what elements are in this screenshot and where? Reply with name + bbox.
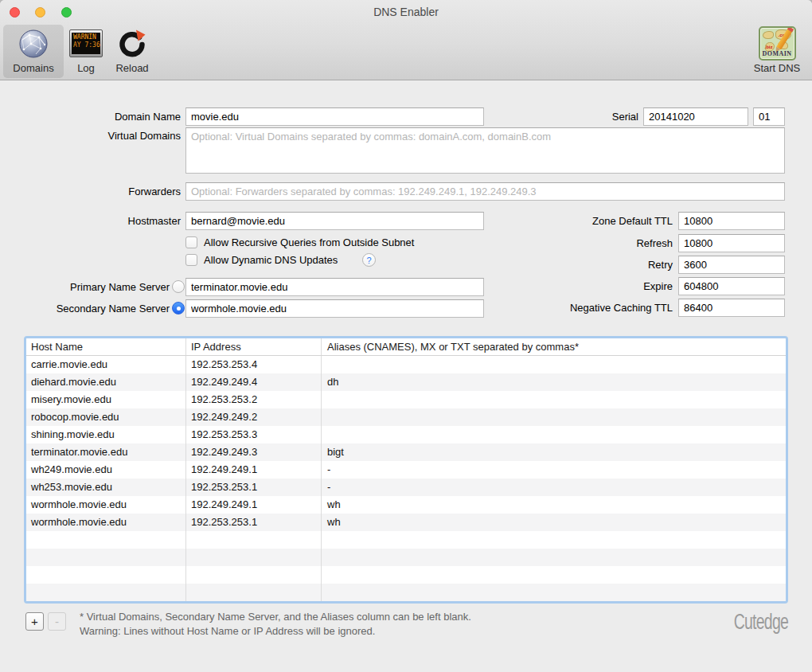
table-body: carrie.movie.edu 192.253.253.4 diehard.m… xyxy=(26,356,786,601)
refresh-input[interactable] xyxy=(678,234,785,252)
cell-aliases[interactable] xyxy=(322,426,786,443)
dns-enabler-window: DNS Enabler xyxy=(0,0,812,672)
cell-ip-address[interactable]: 192.253.253.1 xyxy=(186,479,322,496)
footer-notes: * Virtual Domains, Secondary Name Server… xyxy=(80,610,471,639)
forwarders-label: Forwarders xyxy=(21,186,181,197)
serial-label: Serial xyxy=(549,111,638,123)
cell-aliases[interactable]: - xyxy=(322,461,786,479)
primary-name-server-label: Primary Name Server xyxy=(10,281,170,293)
cell-ip-address[interactable]: 192.253.253.2 xyxy=(186,391,322,408)
cell-host-name[interactable]: shining.movie.edu xyxy=(26,426,186,443)
cell-host-name[interactable]: wh249.movie.edu xyxy=(26,461,186,479)
help-button[interactable]: ? xyxy=(362,253,376,267)
serial-input[interactable] xyxy=(643,107,748,126)
cell-aliases[interactable]: dh xyxy=(322,373,786,391)
hostmaster-input[interactable] xyxy=(185,212,484,230)
toolbar-domains-button[interactable]: Domains xyxy=(3,25,64,78)
map-domain-text: DOMAIN xyxy=(760,50,794,57)
cell-ip-address[interactable]: 192.253.253.3 xyxy=(186,426,322,443)
cell-aliases[interactable] xyxy=(322,391,786,408)
reload-arrow-icon xyxy=(107,25,158,62)
cell-host-name[interactable]: diehard.movie.edu xyxy=(26,373,186,391)
led-line-1: WARNIN xyxy=(73,33,99,41)
cell-ip-address[interactable]: 192.253.253.1 xyxy=(186,514,322,531)
table-row[interactable]: terminator.movie.edu 192.249.249.3 bigt xyxy=(26,443,786,461)
allow-dynamic-checkbox[interactable] xyxy=(185,254,197,266)
cell-aliases[interactable]: wh xyxy=(322,514,786,531)
cell-host-name[interactable]: wh253.movie.edu xyxy=(26,479,186,496)
table-row[interactable]: robocop.movie.edu 192.249.249.2 xyxy=(26,408,786,426)
cell-ip-address[interactable]: 192.249.249.2 xyxy=(186,408,322,426)
allow-recursive-checkbox[interactable] xyxy=(185,236,197,248)
table-row[interactable]: shining.movie.edu 192.253.253.3 xyxy=(26,426,786,443)
negative-caching-ttl-input[interactable] xyxy=(678,299,785,317)
table-row-empty[interactable] xyxy=(26,584,786,601)
cell-aliases[interactable]: wh xyxy=(322,496,786,514)
table-row[interactable]: carrie.movie.edu 192.253.253.4 xyxy=(26,356,786,373)
cell-ip-address[interactable]: 192.253.253.4 xyxy=(186,356,322,373)
serial-suffix-input[interactable] xyxy=(753,107,785,126)
secondary-name-server-label: Secondary Name Server xyxy=(10,303,170,315)
zone-default-ttl-label: Zone Default TTL xyxy=(513,215,673,227)
negative-caching-ttl-label: Negative Caching TTL xyxy=(513,302,673,314)
cell-aliases[interactable]: bigt xyxy=(322,443,786,461)
domain-name-input[interactable] xyxy=(185,107,484,126)
start-dns-button[interactable]: .com .biz DOMAIN Start DNS xyxy=(745,25,809,78)
table-row[interactable]: wh249.movie.edu 192.249.249.1 - xyxy=(26,461,786,479)
table-row[interactable]: wormhole.movie.edu 192.253.253.1 wh xyxy=(26,514,786,531)
remove-row-button[interactable]: - xyxy=(48,612,66,631)
led-line-2: AY 7:36 P xyxy=(73,41,99,49)
cell-ip-address[interactable]: 192.249.249.4 xyxy=(186,373,322,391)
add-row-button[interactable]: + xyxy=(25,612,44,631)
virtual-domains-label: Virtual Domains xyxy=(21,130,181,142)
table-row[interactable]: misery.movie.edu 192.253.253.2 xyxy=(26,391,786,408)
cell-aliases[interactable] xyxy=(322,356,786,373)
primary-name-server-radio[interactable] xyxy=(172,280,185,293)
toolbar-reload-label: Reload xyxy=(107,62,158,75)
table-row[interactable]: wh253.movie.edu 192.253.253.1 - xyxy=(26,479,786,496)
led-display-icon: WARNIN AY 7:36 P xyxy=(67,25,105,62)
window-title: DNS Enabler xyxy=(0,6,812,18)
table-row[interactable]: wormhole.movie.edu 192.249.249.1 wh xyxy=(26,496,786,514)
toolbar-log-button[interactable]: WARNIN AY 7:36 P Log xyxy=(67,25,105,78)
map-tag-biz: .biz xyxy=(765,45,773,49)
refresh-label: Refresh xyxy=(513,237,673,249)
table-row-empty[interactable] xyxy=(26,566,786,584)
column-ip-address[interactable]: IP Address xyxy=(186,338,322,355)
cell-aliases[interactable] xyxy=(322,408,786,426)
virtual-domains-input[interactable] xyxy=(185,127,785,174)
retry-input[interactable] xyxy=(678,256,785,274)
table-row-empty[interactable] xyxy=(26,531,786,549)
cell-ip-address[interactable]: 192.249.249.3 xyxy=(186,443,322,461)
start-dns-label: Start DNS xyxy=(745,62,809,75)
table-row[interactable]: diehard.movie.edu 192.249.249.4 dh xyxy=(26,373,786,391)
cutedge-logo: Cutedge xyxy=(734,610,788,635)
secondary-name-server-radio[interactable] xyxy=(172,302,185,315)
secondary-name-server-input[interactable] xyxy=(185,299,484,318)
primary-name-server-input[interactable] xyxy=(185,278,484,296)
footer-note-line2: Warning: Lines without Host Name or IP A… xyxy=(80,624,471,639)
domain-name-label: Domain Name xyxy=(21,111,181,123)
toolbar-reload-button[interactable]: Reload xyxy=(107,25,158,78)
expire-input[interactable] xyxy=(678,277,785,295)
cell-ip-address[interactable]: 192.249.249.1 xyxy=(186,496,322,514)
toolbar-log-label: Log xyxy=(67,62,105,75)
domain-map-icon: .com .biz DOMAIN xyxy=(745,25,809,62)
forwarders-input[interactable] xyxy=(185,182,785,201)
map-continent xyxy=(763,31,774,39)
toolbar-domains-label: Domains xyxy=(3,62,64,75)
host-table[interactable]: Host Name IP Address Aliases (CNAMES), M… xyxy=(24,336,788,604)
cell-host-name[interactable]: terminator.movie.edu xyxy=(26,443,186,461)
cell-host-name[interactable]: wormhole.movie.edu xyxy=(26,514,186,531)
cell-host-name[interactable]: carrie.movie.edu xyxy=(26,356,186,373)
retry-label: Retry xyxy=(513,259,673,271)
column-aliases[interactable]: Aliases (CNAMES), MX or TXT separated by… xyxy=(322,338,786,355)
zone-default-ttl-input[interactable] xyxy=(678,212,785,230)
cell-aliases[interactable]: - xyxy=(322,479,786,496)
column-host-name[interactable]: Host Name xyxy=(26,338,186,355)
cell-host-name[interactable]: misery.movie.edu xyxy=(26,391,186,408)
cell-host-name[interactable]: robocop.movie.edu xyxy=(26,408,186,426)
cell-host-name[interactable]: wormhole.movie.edu xyxy=(26,496,186,514)
cell-ip-address[interactable]: 192.249.249.1 xyxy=(186,461,322,479)
table-row-empty[interactable] xyxy=(26,549,786,566)
